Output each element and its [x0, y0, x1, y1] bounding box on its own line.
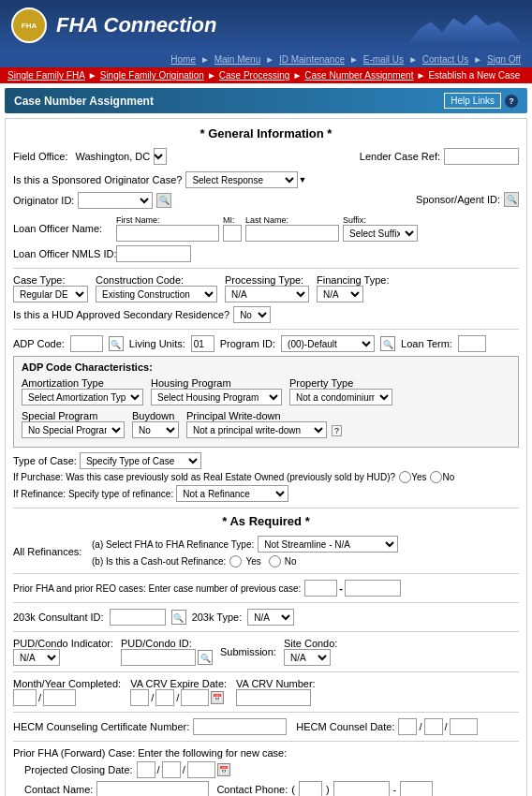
select-fha-select[interactable]: Not Streamline - N/A — [258, 536, 398, 553]
main-content: * General Information * Field Office: Wa… — [5, 118, 527, 796]
hecm-date-label: HECM Counsel Date: — [296, 721, 394, 732]
suffix-select[interactable]: Select Suffix — [343, 225, 418, 242]
help-question-icon[interactable]: ? — [505, 95, 518, 108]
month-input[interactable] — [13, 689, 37, 706]
amortization-select[interactable]: Select Amortization Type — [22, 389, 143, 405]
property-type-select[interactable]: Not a condominium — [289, 389, 392, 405]
buydown-select[interactable]: No — [132, 421, 179, 438]
nav-signoff[interactable]: Sign Off — [487, 54, 521, 65]
hecm-date-y[interactable] — [450, 718, 478, 735]
purchase-yes-radio[interactable] — [399, 471, 411, 483]
va-crv-expire-d[interactable] — [155, 689, 174, 706]
projected-closing-d[interactable] — [162, 761, 181, 778]
projected-closing-cal-icon[interactable]: 📅 — [217, 763, 230, 776]
consultant-id-label: 203k Consultant ID: — [13, 612, 104, 623]
va-crv-expire-m[interactable] — [130, 689, 149, 706]
construction-code-select[interactable]: Existing Construction — [96, 286, 217, 302]
va-crv-number-input[interactable] — [236, 689, 311, 706]
type-of-case-label: Type of Case: — [13, 455, 77, 466]
pud-id-search-icon[interactable]: 🔍 — [198, 650, 213, 665]
adp-code-search-icon[interactable]: 🔍 — [109, 336, 124, 351]
case-type-select[interactable]: Regular DE — [13, 286, 88, 302]
lender-case-ref-label: Lender Case Ref: — [360, 151, 440, 162]
projected-closing-m[interactable] — [137, 761, 155, 778]
program-id-select[interactable]: (00)-Default — [281, 335, 375, 352]
hecm-cert-input[interactable] — [193, 718, 287, 735]
originator-id-select[interactable] — [78, 192, 153, 209]
loan-term-input[interactable] — [458, 335, 486, 352]
living-units-input[interactable] — [191, 335, 214, 352]
cashout-no-label: No — [285, 556, 297, 567]
purchase-yes-label: Yes — [411, 472, 426, 482]
header: FHA FHA Connection — [0, 0, 532, 51]
bc-1[interactable]: Single Family FHA — [7, 70, 85, 81]
lender-case-ref-input[interactable] — [444, 148, 519, 165]
nav-id-maintenance[interactable]: ID Maintenance — [279, 54, 345, 65]
processing-type-label: Processing Type: — [225, 274, 309, 286]
cashout-yes-radio[interactable] — [229, 555, 242, 568]
housing-program-select[interactable]: Select Housing Program — [151, 389, 282, 405]
contact-phone-label: Contact Phone: — [216, 784, 288, 795]
processing-type-select[interactable]: N/A — [225, 286, 309, 302]
bc-2[interactable]: Single Family Origination — [100, 70, 204, 81]
contact-phone-main[interactable] — [333, 781, 390, 796]
contact-phone-area[interactable] — [299, 781, 322, 796]
principal-writedown-help-icon[interactable]: ? — [332, 425, 342, 436]
sponsored-select[interactable]: Select Response — [185, 171, 298, 188]
financing-type-select[interactable]: N/A — [317, 286, 363, 302]
nav-home[interactable]: Home — [170, 54, 196, 65]
help-links-button[interactable]: Help Links — [444, 93, 501, 109]
hecm-date-d[interactable] — [424, 718, 443, 735]
sponsored-dropdown-arrow: ▼ — [298, 175, 306, 184]
adp-code-input[interactable] — [70, 335, 103, 352]
sponsor-agent-lookup-icon[interactable]: 🔍 — [504, 192, 519, 207]
adp-characteristics-box: ADP Code Characteristics: Amortization T… — [13, 356, 519, 448]
type-of-case-select[interactable]: Specify Type of Case — [80, 452, 201, 469]
app-title: FHA Connection — [56, 13, 217, 37]
section-header-bar: Case Number Assignment Help Links ? — [5, 88, 527, 113]
loan-officer-label: Loan Officer Name: — [13, 223, 116, 234]
special-program-label: Special Program — [22, 410, 125, 421]
housing-program-label: Housing Program — [151, 377, 282, 389]
suffix-label: Suffix: — [343, 215, 418, 225]
consultant-type-select[interactable]: N/A — [247, 609, 294, 626]
field-office-select[interactable] — [154, 148, 167, 165]
hud-approved-select[interactable]: No — [233, 306, 271, 323]
refinance-select[interactable]: Not a Refinance — [176, 485, 288, 502]
first-name-input[interactable] — [116, 225, 219, 242]
nav-email[interactable]: E-mail Us — [363, 54, 404, 65]
mi-input[interactable] — [223, 225, 242, 242]
special-program-select[interactable]: No Special Program — [22, 421, 125, 438]
nav-sep-3: ► — [349, 54, 362, 65]
purchase-no-radio[interactable] — [430, 471, 442, 483]
bc-3[interactable]: Case Processing — [219, 70, 290, 81]
year-input[interactable] — [43, 689, 76, 706]
consultant-id-input[interactable] — [110, 609, 166, 626]
select-fha-label: (a) Select FHA to FHA Refinance Type: — [92, 539, 254, 550]
last-name-input[interactable] — [245, 225, 339, 242]
contact-name-input[interactable] — [96, 781, 209, 796]
principal-writedown-select[interactable]: Not a principal write-down — [186, 421, 327, 438]
cashout-no-radio[interactable] — [269, 555, 281, 568]
construction-code-label: Construction Code: — [96, 274, 217, 286]
prior-fha-case-part1[interactable] — [304, 580, 337, 597]
contact-phone-ext[interactable] — [400, 781, 433, 796]
consultant-id-search-icon[interactable]: 🔍 — [171, 610, 186, 625]
va-crv-expire-y[interactable] — [181, 689, 209, 706]
va-crv-expire-cal-icon[interactable]: 📅 — [211, 691, 224, 704]
bc-4[interactable]: Case Number Assignment — [304, 70, 413, 81]
divider-4 — [13, 573, 519, 574]
prior-fha-case-part2[interactable] — [345, 580, 401, 597]
site-condo-select[interactable]: N/A — [284, 649, 331, 666]
pud-id-input[interactable] — [121, 649, 196, 666]
pud-indicator-select[interactable]: N/A — [13, 649, 60, 666]
originator-id-lookup-icon[interactable]: 🔍 — [156, 193, 171, 208]
breadcrumb: Single Family FHA ► Single Family Origin… — [0, 67, 532, 83]
mi-label: MI: — [223, 215, 242, 225]
projected-closing-y[interactable] — [187, 761, 215, 778]
hecm-date-m[interactable] — [398, 718, 417, 735]
program-id-search-icon[interactable]: 🔍 — [380, 336, 395, 351]
nav-main-menu[interactable]: Main Menu — [214, 54, 260, 65]
nav-contact[interactable]: Contact Us — [422, 54, 468, 65]
loan-officer-nmls-input[interactable] — [116, 245, 191, 262]
